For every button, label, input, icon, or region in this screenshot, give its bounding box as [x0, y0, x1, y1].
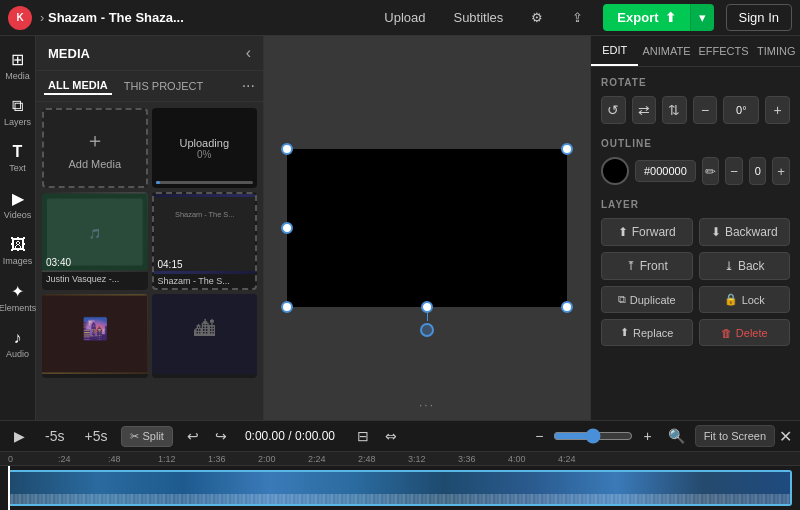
canvas-area: ··· — [264, 36, 590, 420]
redo-button[interactable]: ↪ — [209, 426, 233, 446]
layer-backward-button[interactable]: ⬇ Backward — [699, 218, 791, 246]
layer-back-button[interactable]: ⤓ Back — [699, 252, 791, 280]
sidebar-label-images: Images — [3, 256, 33, 266]
video-track[interactable] — [8, 470, 792, 506]
handle-top-right[interactable] — [561, 143, 573, 155]
rotate-ccw-button[interactable]: ↺ — [601, 96, 626, 124]
handle-bottom-left[interactable] — [281, 301, 293, 313]
layer-front-button[interactable]: ⤒ Front — [601, 252, 693, 280]
canvas-expand-dots: ··· — [419, 398, 435, 412]
timeline-close-button[interactable]: ✕ — [779, 427, 792, 446]
topbar: K › Shazam - The Shaza... Upload Subtitl… — [0, 0, 800, 36]
duration-1: 03:40 — [46, 257, 71, 268]
sidebar-item-images[interactable]: 🖼 Images — [1, 230, 35, 272]
sidebar-item-media[interactable]: ⊞ Media — [1, 44, 35, 87]
media-item-1[interactable]: 🎵 03:40 Justin Vasquez -... — [42, 192, 148, 290]
ruler-336: 3:36 — [458, 454, 476, 464]
signin-button[interactable]: Sign In — [726, 4, 792, 31]
play-button[interactable]: ▶ — [8, 426, 31, 446]
media-more-button[interactable]: ··· — [242, 77, 255, 95]
rotate-input[interactable] — [723, 96, 759, 124]
replace-button[interactable]: ⬆ Replace — [601, 319, 693, 346]
minus5-button[interactable]: -5s — [39, 426, 70, 446]
sidebar-item-videos[interactable]: ▶ Videos — [1, 183, 35, 226]
fit-to-screen-button[interactable]: Fit to Screen — [695, 425, 775, 447]
timeline-area: ▶ -5s +5s ✂ Split ↩ ↪ 0:00.00 / 0:00.00 … — [0, 420, 800, 510]
media-tabs: ALL MEDIA THIS PROJECT ··· — [36, 71, 263, 102]
split-button[interactable]: ✂ Split — [121, 426, 172, 447]
tab-all-media[interactable]: ALL MEDIA — [44, 77, 112, 95]
media-item-4[interactable]: 🏙 — [152, 294, 258, 378]
outline-edit-button[interactable]: ✏ — [702, 157, 720, 185]
left-sidebar: ⊞ Media ⧉ Layers T Text ▶ Videos 🖼 Image… — [0, 36, 36, 420]
ruler-312: 3:12 — [408, 454, 426, 464]
share-icon[interactable]: ⇪ — [563, 4, 591, 32]
rotate-plus-button[interactable]: + — [765, 96, 790, 124]
plus5-button[interactable]: +5s — [78, 426, 113, 446]
media-item-3[interactable]: 🌆 — [42, 294, 148, 378]
canvas-inner — [287, 149, 567, 307]
outline-value: 0 — [749, 157, 767, 185]
outline-plus-button[interactable]: + — [772, 157, 790, 185]
tab-effects[interactable]: EFFECTS — [694, 36, 752, 66]
images-icon: 🖼 — [10, 236, 26, 254]
export-upload-icon: ⬆ — [665, 10, 676, 25]
zoom-slider[interactable] — [553, 428, 633, 444]
media-panel-collapse-button[interactable]: ‹ — [246, 44, 251, 62]
tab-this-project[interactable]: THIS PROJECT — [120, 78, 207, 94]
timeline-tracks — [0, 466, 800, 510]
rotate-flip-v-button[interactable]: ⇅ — [662, 96, 687, 124]
media-item-2[interactable]: Shazam - The S... 04:15 Shazam - The S..… — [152, 192, 258, 290]
sidebar-item-audio[interactable]: ♪ Audio — [1, 323, 35, 365]
handle-mid-left[interactable] — [281, 222, 293, 234]
track-minus-button[interactable]: ⊟ — [351, 426, 375, 446]
add-media-label: Add Media — [68, 158, 121, 170]
outline-minus-button[interactable]: − — [725, 157, 743, 185]
upload-button[interactable]: Upload — [376, 6, 433, 29]
export-button[interactable]: Export ⬆ — [603, 4, 689, 31]
tab-timing[interactable]: TIMING — [753, 36, 800, 66]
sidebar-item-elements[interactable]: ✦ Elements — [1, 276, 35, 319]
right-panel: EDIT ANIMATE EFFECTS TIMING ROTATE ↺ ⇄ ⇅… — [590, 36, 800, 420]
media-name-3 — [42, 374, 148, 378]
uploading-item: Uploading 0% — [152, 108, 258, 188]
media-icon: ⊞ — [11, 50, 24, 69]
delete-button[interactable]: 🗑 Delete — [699, 319, 791, 346]
export-chevron-button[interactable]: ▾ — [690, 4, 714, 31]
zoom-controls: − + 🔍 Fit to Screen ✕ — [529, 425, 792, 447]
undo-button[interactable]: ↩ — [181, 426, 205, 446]
sidebar-item-layers[interactable]: ⧉ Layers — [1, 91, 35, 133]
add-media-button[interactable]: ＋ Add Media — [42, 108, 148, 188]
layer-section: LAYER ⬆ Forward ⬇ Backward ⤒ Front — [601, 199, 790, 346]
duplicate-button[interactable]: ⧉ Duplicate — [601, 286, 693, 313]
handle-top-left[interactable] — [281, 143, 293, 155]
zoom-out-button[interactable]: − — [529, 426, 549, 446]
track-split-handle[interactable]: ⇔ — [379, 426, 403, 446]
sidebar-item-text[interactable]: T Text — [1, 137, 35, 179]
rotation-handle[interactable] — [420, 323, 434, 337]
zoom-in-button[interactable]: + — [637, 426, 657, 446]
subtitles-button[interactable]: Subtitles — [445, 6, 511, 29]
rotate-minus-button[interactable]: − — [693, 96, 718, 124]
main-layout: ⊞ Media ⧉ Layers T Text ▶ Videos 🖼 Image… — [0, 36, 800, 420]
rotate-flip-h-button[interactable]: ⇄ — [632, 96, 657, 124]
lock-button[interactable]: 🔒 Lock — [699, 286, 791, 313]
layer-forward-button[interactable]: ⬆ Forward — [601, 218, 693, 246]
zoom-search-button[interactable]: 🔍 — [662, 426, 691, 446]
settings-icon[interactable]: ⚙ — [523, 4, 551, 32]
breadcrumb: › Shazam - The Shaza... — [40, 10, 368, 25]
front-icon: ⤒ — [626, 259, 636, 273]
outline-title: OUTLINE — [601, 138, 790, 149]
ruler-224: 2:24 — [308, 454, 326, 464]
handle-bottom-right[interactable] — [561, 301, 573, 313]
tab-edit[interactable]: EDIT — [591, 36, 638, 66]
lock-icon: 🔒 — [724, 293, 738, 306]
sidebar-label-audio: Audio — [6, 349, 29, 359]
outline-color-swatch[interactable] — [601, 157, 629, 185]
topbar-actions: Upload Subtitles ⚙ ⇪ Export ⬆ ▾ Sign In — [376, 4, 792, 32]
time-current: 0:00.00 — [245, 429, 285, 443]
media-grid: ＋ Add Media Uploading 0% — [36, 102, 263, 384]
layer-grid: ⬆ Forward ⬇ Backward ⤒ Front ⤓ Back — [601, 218, 790, 280]
outline-section: OUTLINE #000000 ✏ − 0 + — [601, 138, 790, 185]
tab-animate[interactable]: ANIMATE — [638, 36, 694, 66]
